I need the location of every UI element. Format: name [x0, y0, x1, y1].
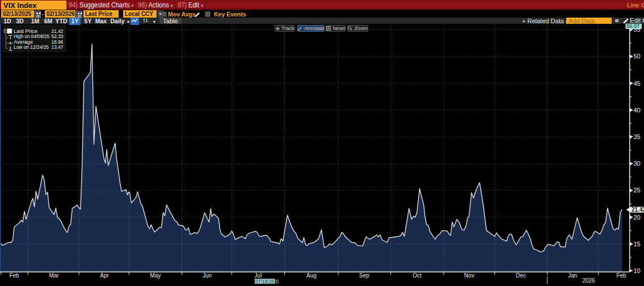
svg-text:Jun: Jun: [203, 272, 212, 279]
svg-text:21.42: 21.42: [632, 207, 644, 213]
svg-text:30: 30: [634, 160, 641, 167]
svg-text:40: 40: [634, 107, 641, 113]
svg-text:10: 10: [634, 267, 641, 274]
svg-text:Feb: Feb: [9, 272, 19, 279]
svg-text:Sep: Sep: [359, 272, 369, 279]
svg-text:Apr: Apr: [100, 272, 109, 279]
svg-text:Dec: Dec: [516, 272, 526, 279]
svg-text:25: 25: [634, 187, 641, 194]
svg-text:S: S: [275, 278, 279, 284]
svg-text:07/18/25: 07/18/25: [255, 279, 274, 284]
svg-text:Nov: Nov: [464, 272, 474, 279]
svg-text:Low on 12/24/25: Low on 12/24/25: [14, 44, 49, 50]
svg-text:Oct: Oct: [413, 272, 422, 279]
svg-text:Mar: Mar: [49, 272, 59, 279]
svg-text:Feb: Feb: [616, 272, 626, 279]
svg-text:May: May: [150, 272, 161, 279]
svg-text:2026: 2026: [582, 277, 595, 284]
svg-text:45: 45: [634, 80, 641, 87]
svg-text:Aug: Aug: [306, 272, 317, 279]
svg-text:56.07: 56.07: [627, 23, 640, 29]
svg-text:13.47: 13.47: [52, 44, 64, 50]
svg-text:20: 20: [634, 214, 641, 221]
svg-text:Jan: Jan: [568, 272, 577, 279]
svg-text:50: 50: [634, 53, 641, 60]
svg-text:Jul: Jul: [255, 272, 262, 279]
svg-text:15: 15: [634, 241, 641, 247]
svg-text:35: 35: [634, 133, 641, 140]
